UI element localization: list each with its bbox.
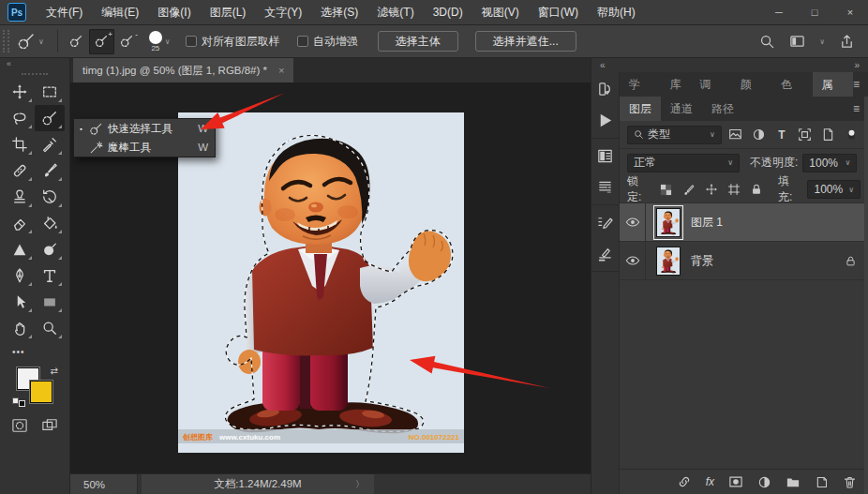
- move-tool[interactable]: [5, 79, 35, 105]
- subtract-from-selection-mode-button[interactable]: -: [114, 29, 140, 54]
- eyedropper-tool[interactable]: [35, 131, 65, 157]
- tab-properties[interactable]: 属性: [813, 72, 853, 97]
- tab-swatches[interactable]: 色板: [771, 72, 812, 97]
- tab-channels[interactable]: 通道: [661, 97, 702, 121]
- brush-tool[interactable]: [35, 157, 65, 184]
- character-panel-icon[interactable]: [591, 141, 620, 172]
- status-chevron-icon[interactable]: 〉: [355, 478, 365, 491]
- lasso-tool[interactable]: [5, 105, 35, 131]
- lock-position-icon[interactable]: [702, 180, 720, 199]
- tab-paths[interactable]: 路径: [702, 97, 743, 121]
- toolbar-collapse[interactable]: «: [0, 58, 69, 70]
- blend-mode-dropdown[interactable]: 正常 ∨: [627, 154, 740, 172]
- filter-pixel-layers-icon[interactable]: [726, 126, 745, 144]
- tab-close-icon[interactable]: ×: [278, 65, 284, 76]
- tab-adjustments[interactable]: 调整: [690, 72, 730, 97]
- menu-window[interactable]: 窗口(W): [529, 0, 588, 25]
- delete-layer-icon[interactable]: [843, 475, 857, 489]
- flyout-quick-selection-tool[interactable]: ▪ 快速选择工具 W: [74, 119, 215, 138]
- expand-panels-icon[interactable]: »: [854, 60, 860, 70]
- collapse-panels-icon[interactable]: «: [600, 60, 606, 70]
- close-button[interactable]: ×: [832, 0, 868, 25]
- dodge-tool[interactable]: [5, 236, 35, 262]
- new-group-icon[interactable]: [786, 475, 801, 488]
- menu-layer[interactable]: 图层(L): [201, 0, 256, 25]
- search-icon[interactable]: [759, 34, 775, 50]
- path-selection-tool[interactable]: [5, 289, 35, 315]
- layer-row-background[interactable]: 背景: [620, 242, 868, 280]
- lock-transparency-icon[interactable]: [656, 180, 674, 199]
- menu-select[interactable]: 选择(S): [311, 0, 367, 25]
- link-layers-icon[interactable]: [677, 474, 692, 489]
- select-subject-button[interactable]: 选择主体: [378, 31, 458, 52]
- pen-tool[interactable]: [5, 262, 35, 289]
- menu-image[interactable]: 图像(I): [148, 0, 200, 25]
- hand-tool[interactable]: [5, 315, 35, 341]
- chevron-down-icon[interactable]: ∨: [819, 37, 825, 46]
- sample-all-layers-checkbox[interactable]: [186, 36, 197, 47]
- adjustment-layer-icon[interactable]: [757, 475, 771, 489]
- panel-scrollbar[interactable]: [864, 97, 868, 494]
- history-panel-icon[interactable]: [591, 74, 620, 105]
- paint-bucket-tool[interactable]: [35, 210, 65, 236]
- brush-settings-panel-icon[interactable]: [591, 207, 620, 238]
- quick-mask-icon[interactable]: [11, 418, 28, 433]
- maximize-button[interactable]: □: [797, 0, 832, 25]
- canvas[interactable]: 创想图库 www.cxtuku.com NO.001072221 ▪ 快速选择工…: [70, 82, 591, 473]
- swap-colors-icon[interactable]: ⇄: [51, 366, 58, 376]
- tab-learn[interactable]: 学习: [620, 72, 660, 97]
- add-to-selection-mode-button[interactable]: +: [89, 29, 114, 54]
- workspace-switcher-icon[interactable]: [789, 34, 805, 50]
- layer-visibility-toggle[interactable]: [620, 242, 646, 279]
- tab-color[interactable]: 颜色: [731, 72, 771, 97]
- flyout-magic-wand-tool[interactable]: 魔棒工具 W: [74, 138, 215, 157]
- blur-tool[interactable]: [35, 236, 65, 262]
- clone-stamp-tool[interactable]: [5, 184, 35, 210]
- filter-smart-objects-icon[interactable]: [819, 126, 838, 144]
- sample-all-layers-option[interactable]: 对所有图层取样: [186, 34, 280, 50]
- menu-help[interactable]: 帮助(H): [588, 0, 645, 25]
- add-layer-mask-icon[interactable]: [728, 475, 743, 488]
- menu-filter[interactable]: 滤镜(T): [367, 0, 423, 25]
- minimize-button[interactable]: ─: [761, 0, 797, 25]
- layer-thumbnail[interactable]: [655, 207, 681, 238]
- type-tool[interactable]: [35, 262, 65, 289]
- clone-source-panel-icon[interactable]: [591, 238, 620, 269]
- actions-panel-icon[interactable]: [591, 105, 620, 136]
- zoom-level-field[interactable]: 50%: [70, 474, 138, 494]
- background-color-swatch[interactable]: [30, 381, 52, 403]
- menu-3d[interactable]: 3D(D): [424, 0, 472, 25]
- share-icon[interactable]: [839, 34, 855, 50]
- spot-healing-brush-tool[interactable]: [5, 157, 35, 184]
- auto-enhance-checkbox[interactable]: [297, 36, 308, 47]
- paragraph-panel-icon[interactable]: [591, 172, 620, 202]
- filter-shape-layers-icon[interactable]: [796, 126, 815, 144]
- lock-all-icon[interactable]: [748, 180, 766, 199]
- filter-type-layers-icon[interactable]: T: [772, 126, 791, 144]
- tab-libraries[interactable]: 库: [660, 72, 690, 97]
- marquee-tool[interactable]: [35, 79, 65, 105]
- zoom-tool[interactable]: [35, 315, 65, 341]
- lock-image-icon[interactable]: [680, 180, 697, 199]
- menu-file[interactable]: 文件(F): [37, 0, 92, 25]
- document-tab[interactable]: timg (1).jpg @ 50% (图层 1, RGB/8#) * ×: [73, 58, 293, 82]
- default-colors-icon[interactable]: [15, 397, 25, 409]
- select-and-mask-button[interactable]: 选择并遮住...: [475, 31, 576, 52]
- layer-visibility-toggle[interactable]: [620, 203, 646, 241]
- shape-tool[interactable]: [35, 289, 65, 315]
- new-layer-icon[interactable]: [815, 475, 829, 489]
- filter-type-dropdown[interactable]: 类型 ∨: [627, 126, 722, 144]
- fill-dropdown[interactable]: 100% ∨: [807, 180, 861, 199]
- menu-edit[interactable]: 编辑(E): [92, 0, 148, 25]
- menu-view[interactable]: 视图(V): [472, 0, 529, 25]
- filter-toggle-switch[interactable]: [842, 126, 861, 144]
- new-selection-mode-button[interactable]: [64, 29, 89, 54]
- filter-adjustment-layers-icon[interactable]: [749, 126, 768, 144]
- auto-enhance-option[interactable]: 自动增强: [297, 34, 358, 50]
- brush-size-picker[interactable]: 25 ∨: [149, 31, 171, 52]
- opacity-dropdown[interactable]: 100% ∨: [802, 154, 857, 172]
- history-brush-tool[interactable]: [35, 184, 65, 210]
- eraser-tool[interactable]: [5, 210, 35, 236]
- crop-tool[interactable]: [5, 131, 35, 157]
- layer-style-fx-button[interactable]: fx: [706, 475, 714, 488]
